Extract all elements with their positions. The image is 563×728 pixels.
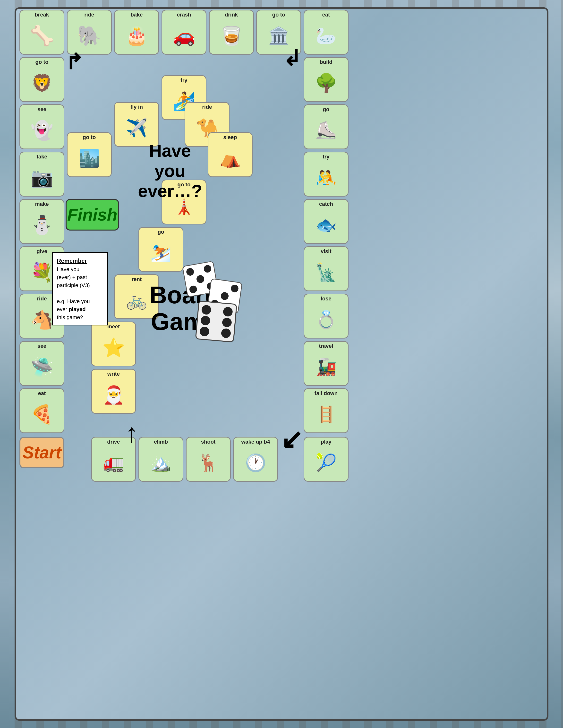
cell-travel: travel 🚂: [304, 341, 349, 386]
cell-goto2: go to 🏙️: [67, 132, 112, 177]
cell-falldown: fall down 🪜: [304, 388, 349, 433]
cell-crash: crash 🚗: [161, 10, 206, 55]
finish-cell: Finish: [66, 199, 119, 231]
remember-text: Have you(ever) + pastparticiple (V3) e.g…: [57, 265, 103, 321]
start-cell: Start: [19, 437, 64, 468]
start-label: Start: [23, 443, 61, 462]
cell-go1: go ⛸️: [304, 104, 349, 149]
cell-build: build 🌳: [304, 57, 349, 102]
cell-goto-left: go to 🦁: [19, 57, 64, 102]
cell-visit: visit 🗽: [304, 246, 349, 291]
cell-see2: see 🛸: [19, 341, 64, 386]
cell-sleep: sleep ⛺: [208, 132, 252, 177]
remember-title: Remember: [57, 256, 103, 265]
cell-shoot: shoot 🦌: [186, 437, 231, 482]
cell-eat2: eat 🍕: [19, 388, 64, 433]
cell-try2: try 🤼: [304, 152, 349, 197]
finish-label: Finish: [67, 205, 117, 224]
have-you-ever-text: Haveyou ever…?: [126, 141, 214, 201]
arrow-up: ↑: [125, 420, 138, 447]
arrow-down-right: ↲: [283, 47, 301, 69]
cell-lose: lose 💍: [304, 294, 349, 339]
cell-eat1: eat 🦢: [304, 10, 349, 55]
cell-make: make ⛄: [19, 199, 64, 244]
cell-take: take 📷: [19, 152, 64, 197]
arrow-right-down: ↱: [65, 51, 83, 73]
arrow-left: ↙: [280, 426, 303, 453]
cell-play: play 🎾: [304, 437, 349, 482]
cell-catch: catch 🐟: [304, 199, 349, 244]
cell-drink: drink 🥃: [209, 10, 254, 55]
cell-meet: meet ⭐: [91, 322, 136, 366]
cell-see1: see 👻: [19, 104, 64, 149]
cell-wakeup: wake up b4 🕐: [233, 437, 278, 482]
cell-break: break 🦴: [19, 10, 64, 55]
cell-ride1: ride 🐘: [67, 10, 112, 55]
cell-write: write 🎅: [91, 369, 136, 414]
cell-climb: climb 🏔️: [138, 437, 183, 482]
cell-go2: go ⛷️: [138, 227, 183, 272]
cell-bake: bake 🎂: [114, 10, 159, 55]
die3: [195, 300, 237, 342]
cell-flyin: fly in ✈️: [114, 102, 159, 147]
remember-box: Remember Have you(ever) + pastparticiple…: [52, 252, 108, 325]
